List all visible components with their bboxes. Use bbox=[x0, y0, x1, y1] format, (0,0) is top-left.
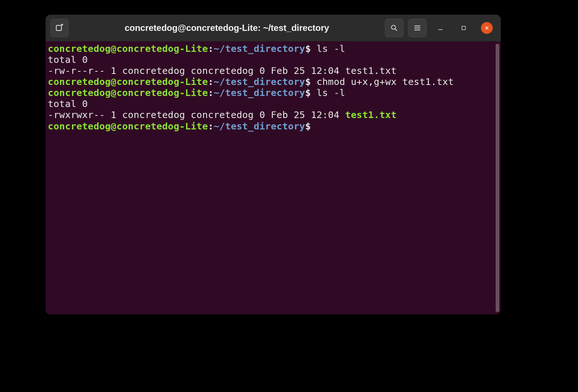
output-line: total 0 bbox=[48, 54, 499, 65]
output-line: -rw-r--r-- 1 concretedog concretedog 0 F… bbox=[48, 65, 499, 76]
terminal-scrollbar[interactable] bbox=[496, 44, 499, 312]
search-button[interactable] bbox=[385, 19, 403, 37]
prompt-line: concretedog@concretedog-Lite:~/test_dire… bbox=[48, 76, 499, 87]
hamburger-menu-button[interactable] bbox=[408, 19, 427, 37]
prompt-line: concretedog@concretedog-Lite:~/test_dire… bbox=[48, 43, 499, 54]
svg-rect-0 bbox=[56, 25, 61, 31]
command-text: ls -l bbox=[317, 43, 345, 54]
maximize-button[interactable] bbox=[454, 19, 473, 37]
output-line: total 0 bbox=[48, 98, 499, 109]
scrollbar-thumb[interactable] bbox=[496, 44, 499, 312]
prompt-line: concretedog@concretedog-Lite:~/test_dire… bbox=[48, 87, 499, 98]
executable-filename: test1.txt bbox=[345, 109, 397, 120]
output-line: -rwxrwxr-- 1 concretedog concretedog 0 F… bbox=[48, 109, 499, 120]
svg-rect-2 bbox=[462, 26, 465, 29]
command-text: ls -l bbox=[317, 87, 345, 98]
titlebar: concretedog@concretedog-Lite: ~/test_dir… bbox=[46, 15, 501, 42]
minimize-button[interactable] bbox=[431, 19, 450, 37]
prompt-line: concretedog@concretedog-Lite:~/test_dire… bbox=[48, 121, 499, 132]
command-text: chmod u+x,g+wx test1.txt bbox=[317, 76, 454, 87]
svg-point-1 bbox=[392, 25, 396, 29]
close-button[interactable] bbox=[478, 19, 496, 37]
close-icon bbox=[481, 22, 493, 34]
new-tab-button[interactable] bbox=[50, 19, 69, 37]
window-title: concretedog@concretedog-Lite: ~/test_dir… bbox=[74, 23, 380, 33]
terminal-body[interactable]: concretedog@concretedog-Lite:~/test_dire… bbox=[46, 42, 501, 314]
terminal-window: concretedog@concretedog-Lite: ~/test_dir… bbox=[46, 15, 501, 314]
